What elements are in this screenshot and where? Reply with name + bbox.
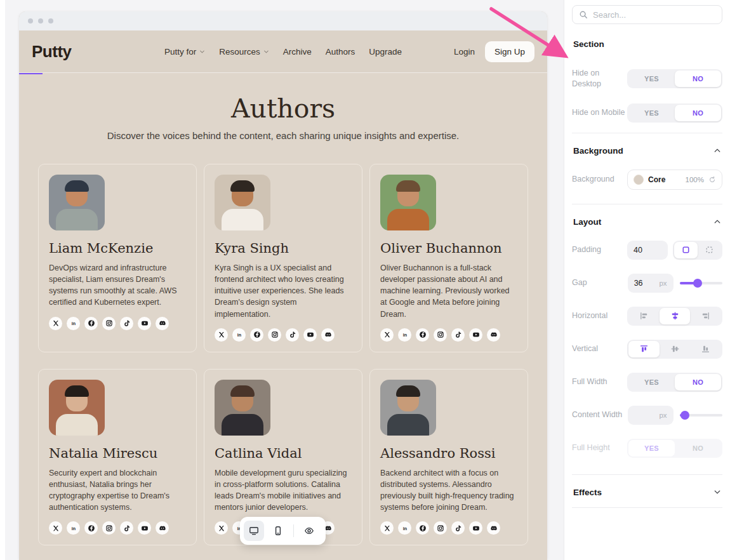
yes-option[interactable]: YES [628,105,675,121]
discord-icon[interactable] [156,317,169,330]
signup-button[interactable]: Sign Up [485,41,534,62]
vertical-label: Vertical [572,343,627,354]
site-logo[interactable]: Putty [32,42,72,62]
gap-input[interactable]: 36px [628,274,674,293]
tiktok-icon[interactable] [120,317,133,330]
mobile-view-button[interactable] [268,521,288,541]
reset-icon[interactable] [708,176,716,183]
full-height-label: Full Height [572,443,627,453]
x-icon[interactable] [215,521,228,535]
align-middle-icon[interactable] [660,341,691,357]
x-icon[interactable] [49,317,62,330]
tiktok-icon[interactable] [286,328,299,342]
discord-icon[interactable] [487,328,500,342]
author-card[interactable]: Liam McKenzie DevOps wizard and infrastr… [38,164,197,352]
discord-icon[interactable] [156,521,169,535]
effects-heading: Effects [573,488,721,497]
content-width-slider[interactable] [680,411,722,420]
linkedin-icon[interactable] [398,328,411,342]
nav-item-resources[interactable]: Resources [219,47,269,57]
youtube-icon[interactable] [303,328,317,342]
facebook-icon[interactable] [416,328,429,342]
author-photo [380,380,436,436]
facebook-icon[interactable] [84,521,98,535]
nav-item-putty-for[interactable]: Putty for [164,47,205,57]
opacity-value[interactable]: 100% [686,176,704,183]
facebook-icon[interactable] [416,521,429,535]
discord-icon[interactable] [487,521,500,535]
padding-input[interactable]: 40 [627,241,668,260]
linkedin-icon[interactable] [232,328,246,342]
youtube-icon[interactable] [469,521,482,535]
desktop-view-button[interactable] [244,521,264,541]
padding-mode-toggle[interactable] [673,241,722,260]
no-option[interactable]: NO [675,105,721,121]
slider-thumb[interactable] [680,411,689,420]
tiktok-icon[interactable] [451,521,465,535]
tiktok-icon[interactable] [451,328,465,342]
yes-option[interactable]: YES [628,70,675,87]
tiktok-icon[interactable] [120,521,133,535]
facebook-icon[interactable] [84,317,98,330]
padding-individual-icon[interactable] [698,242,721,258]
author-bio: Security expert and blockchain enthusias… [49,467,186,514]
x-icon[interactable] [215,328,228,342]
yes-option[interactable]: YES [628,374,675,390]
chevron-up-icon[interactable] [713,147,721,154]
align-right-icon[interactable] [690,308,721,324]
x-icon[interactable] [380,328,394,342]
author-card[interactable]: Oliver Buchannon Oliver Buchannon is a f… [369,164,528,352]
align-top-icon[interactable] [628,341,660,357]
chevron-down-icon[interactable] [713,488,721,496]
hide-on-mobile-toggle[interactable]: YES NO [627,103,722,123]
youtube-icon[interactable] [469,328,482,342]
search-box[interactable] [572,5,722,24]
align-left-icon[interactable] [628,308,660,324]
yes-option: YES [628,440,675,457]
padding-row: Padding 40 [572,241,722,260]
content-width-input[interactable]: px [628,406,674,425]
chevron-up-icon[interactable] [713,218,721,225]
padding-uniform-icon[interactable] [674,242,698,258]
author-card[interactable]: Natalia Mirescu Security expert and bloc… [38,369,197,546]
linkedin-icon[interactable] [67,317,80,330]
nav-item-upgrade[interactable]: Upgrade [369,47,402,57]
instagram-icon[interactable] [434,328,447,342]
color-swatch[interactable] [634,175,644,185]
instagram-icon[interactable] [434,521,447,535]
full-width-toggle[interactable]: YES NO [627,373,722,392]
align-bottom-icon[interactable] [690,341,721,357]
nav-item-authors[interactable]: Authors [326,47,355,57]
no-option[interactable]: NO [675,70,721,87]
full-width-row: Full Width YES NO [572,373,722,392]
site-header: Putty Putty for Resources Archive Author… [19,30,547,73]
youtube-icon[interactable] [138,521,151,535]
instagram-icon[interactable] [268,328,281,342]
align-center-icon[interactable] [660,308,691,324]
x-icon[interactable] [380,521,394,535]
no-option[interactable]: NO [675,374,721,390]
youtube-icon[interactable] [138,317,151,330]
slider-thumb[interactable] [693,279,702,288]
login-link[interactable]: Login [454,47,475,57]
device-preview-toolbar [240,517,326,545]
author-card[interactable]: Alessandro Rossi Backend architect with … [369,369,528,546]
background-color-picker[interactable]: Core 100% [627,170,722,190]
eye-icon [304,526,314,536]
horizontal-align-toggle[interactable] [627,307,722,326]
discord-icon[interactable] [321,328,335,342]
linkedin-icon[interactable] [67,521,80,535]
author-card[interactable]: Kyra Singh Kyra Singh is a UX specialist… [204,164,362,352]
x-icon[interactable] [49,521,62,535]
vertical-align-toggle[interactable] [627,340,722,359]
unit-label: px [659,411,667,419]
hide-on-desktop-toggle[interactable]: YES NO [627,69,722,88]
facebook-icon[interactable] [250,328,263,342]
search-input[interactable] [593,10,715,20]
nav-item-archive[interactable]: Archive [283,47,312,57]
preview-button[interactable] [299,521,319,541]
instagram-icon[interactable] [102,521,116,535]
linkedin-icon[interactable] [398,521,411,535]
gap-slider[interactable] [680,279,722,288]
instagram-icon[interactable] [102,317,116,330]
